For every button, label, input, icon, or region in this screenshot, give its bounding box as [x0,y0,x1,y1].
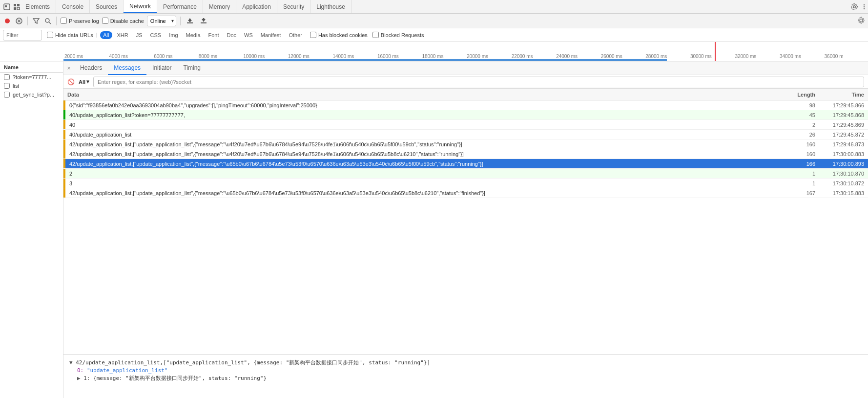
sidebar-checkbox-0[interactable] [4,74,10,80]
filter-doc-btn[interactable]: Doc [224,31,240,39]
sidebar-item-0[interactable]: ?token=77777... [0,73,63,81]
filter-img-btn[interactable]: Img [166,31,181,39]
td-length: 1 [780,180,819,186]
tab-lighthouse[interactable]: Lighthouse [310,0,351,13]
throttle-select[interactable]: Online [147,16,176,26]
more-icon[interactable] [860,3,868,11]
timeline-label: 6000 ms [153,54,198,59]
devtools-icon-2[interactable] [13,3,21,11]
import-icon[interactable] [185,16,195,26]
svg-rect-1 [5,5,7,7]
sub-tab-headers[interactable]: Headers [74,61,108,75]
td-time: 17:29:45.869 [819,122,868,128]
filter-icon[interactable] [32,17,41,25]
filter-css-btn[interactable]: CSS [147,31,165,39]
search-icon[interactable] [43,17,52,25]
filter-media-btn[interactable]: Media [183,31,204,39]
filter-manifest-btn[interactable]: Manifest [258,31,284,39]
tab-sources[interactable]: Sources [90,0,124,13]
tab-application[interactable]: Application [236,0,277,13]
table-row[interactable]: 0{"sid":"f93856efa0b242e0aa3693004ab90ba… [63,100,868,110]
filter-other-btn[interactable]: Other [286,31,305,39]
blocked-requests-checkbox[interactable]: Blocked Requests [372,32,424,38]
tab-security[interactable]: Security [277,0,310,13]
timeline-label: 4000 ms [108,54,153,59]
settings-gear-icon[interactable] [857,17,865,25]
td-time: 17:30:10.870 [819,171,868,177]
hide-data-urls-input[interactable] [47,32,53,38]
filter-bar: Hide data URLs | All XHR JS CSS Img Medi… [0,28,868,42]
td-length: 160 [780,141,819,147]
filter-ws-btn[interactable]: WS [241,31,256,39]
timeline-label: 26000 ms [600,54,645,59]
tab-elements[interactable]: Elements [20,0,56,13]
table-row[interactable]: 2117:30:10.870 [63,169,868,179]
preserve-log-checkbox[interactable]: Preserve log [61,18,99,24]
table-row[interactable]: 42/update_application_list,["update_appl… [63,149,868,159]
table-row[interactable]: 40/update_application_list2617:29:45.872 [63,130,868,139]
sidebar-checkbox-2[interactable] [4,92,10,98]
table-row[interactable]: 3117:30:10.872 [63,179,868,188]
preview-expand-icon-1[interactable]: ▶ [77,375,81,381]
filter-input[interactable] [3,30,42,40]
timeline-label: 20000 ms [466,54,511,59]
td-length: 166 [780,161,819,167]
record-icon[interactable] [3,17,12,25]
msg-filter-input[interactable] [93,77,864,87]
disable-cache-input[interactable] [102,18,108,24]
td-data: 2 [65,170,780,178]
sidebar-checkbox-1[interactable] [4,83,10,89]
timeline-label: 30000 ms [689,54,734,59]
timeline-label: 18000 ms [421,54,466,59]
filter-font-btn[interactable]: Font [206,31,222,39]
sub-tab-initiator[interactable]: Initiator [146,61,177,75]
table-header: Data Length Time [63,89,868,100]
sidebar-header: Name [0,61,63,73]
devtools-tab-bar: Elements Console Sources Network Perform… [0,0,868,14]
settings-icon[interactable] [850,3,858,11]
devtools-icon-1[interactable] [3,3,11,11]
sub-tab-timing[interactable]: Timing [177,61,207,75]
has-blocked-cookies-label: Has blocked cookies [318,32,368,38]
preview-link-0[interactable]: "update_application_list" [87,367,168,374]
tab-console[interactable]: Console [56,0,90,13]
table-row[interactable]: 40/update_application_list?token=7777777… [63,110,868,120]
hide-data-urls-checkbox[interactable]: Hide data URLs [47,32,93,38]
td-length: 26 [780,132,819,138]
td-data: 3 [65,179,780,187]
filter-js-btn[interactable]: JS [133,31,145,39]
timeline-label: 16000 ms [376,54,421,59]
msg-filter-all[interactable]: All ▾ [79,79,89,85]
tab-performance[interactable]: Performance [157,0,203,13]
export-icon[interactable] [198,16,209,26]
table-row[interactable]: 40217:29:45.869 [63,120,868,130]
has-blocked-cookies-input[interactable] [310,32,316,38]
top-right-icons [850,0,868,13]
sub-tab-messages[interactable]: Messages [108,61,146,75]
table-row[interactable]: 42/update_application_list,["update_appl… [63,159,868,169]
svg-line-15 [49,22,51,24]
blocked-requests-input[interactable] [372,32,379,38]
filter-xhr-btn[interactable]: XHR [114,31,131,39]
sidebar-item-2[interactable]: get_sync_list?p... [0,90,63,99]
clear-icon[interactable] [15,17,23,25]
tab-memory[interactable]: Memory [203,0,236,13]
sidebar-item-1[interactable]: list [0,81,63,90]
td-time: 17:30:00.893 [819,161,868,167]
throttle-select-wrap[interactable]: Online [147,16,176,26]
preserve-log-input[interactable] [61,18,67,24]
timeline-blue-bar [63,59,868,61]
svg-point-9 [5,19,10,23]
timeline-label: 10000 ms [242,54,287,59]
table-row[interactable]: 42/update_application_list,["update_appl… [63,188,868,198]
sub-tab-close[interactable]: × [65,65,72,72]
filter-all-btn[interactable]: All [100,31,112,39]
no-entry-icon: 🚫 [67,79,75,85]
table-row[interactable]: 42/update_application_list,["update_appl… [63,139,868,149]
preview-expand-icon[interactable]: ▼ [69,359,73,366]
toolbar-separator-3 [180,17,181,25]
disable-cache-checkbox[interactable]: Disable cache [102,18,144,24]
td-data: 42/update_application_list,["update_appl… [65,150,780,158]
has-blocked-cookies-checkbox[interactable]: Has blocked cookies [310,32,368,38]
tab-network[interactable]: Network [124,0,157,13]
